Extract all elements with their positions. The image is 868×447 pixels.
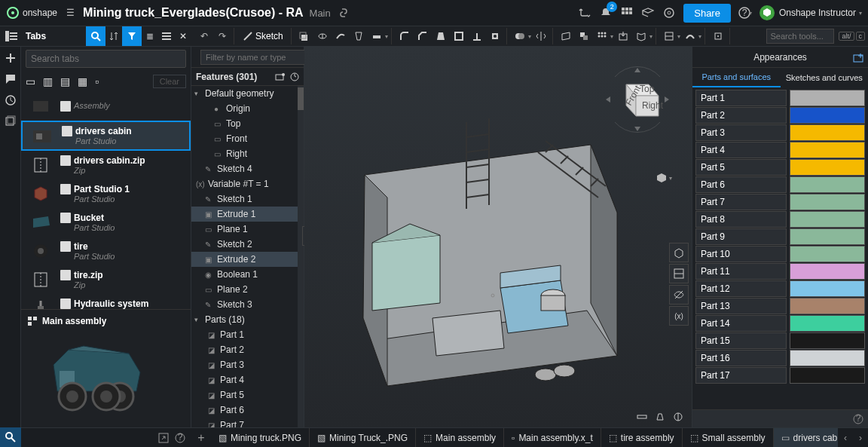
filter-toggle-icon[interactable] [122,26,142,46]
pattern-icon[interactable] [594,28,610,44]
clear-button[interactable]: Clear [153,75,186,88]
rollback-icon[interactable] [275,72,286,81]
compact-view-icon[interactable] [158,32,175,41]
part-color-swatch[interactable] [790,315,865,332]
part-name-field[interactable]: Part 10 [695,246,787,262]
measure-icon[interactable] [636,411,648,423]
bottom-tab[interactable]: ▫Main assembly.x_t [504,428,601,448]
part-name-field[interactable]: Part 16 [695,350,787,366]
precision-icon[interactable] [672,411,684,423]
redo-icon[interactable]: ↷ [214,28,231,44]
part-name-field[interactable]: Part 3 [695,124,787,141]
part-color-swatch[interactable] [790,228,865,245]
tab-item[interactable]: drivers cabinPart Studio [21,121,191,151]
add-tab-button[interactable]: + [191,431,211,445]
draft-icon[interactable] [432,28,449,44]
part-name-field[interactable]: Part 9 [695,228,787,245]
tab-item[interactable]: BucketPart Studio [21,208,191,237]
learn-icon[interactable] [641,6,655,20]
part-color-swatch[interactable] [790,107,865,124]
feature-item[interactable]: ✎Sketch 2 [191,237,304,252]
feature-item[interactable]: ✎Sketch 1 [191,191,304,207]
part-color-swatch[interactable] [790,298,865,314]
add-feature-icon[interactable] [4,51,17,65]
bottom-tab[interactable]: ⬚tire assembly [601,428,683,448]
branch-label[interactable]: Main [310,8,331,19]
loft-icon[interactable] [350,28,367,44]
feature-item[interactable]: ▣Extrude 1 [191,207,304,222]
part-color-swatch[interactable] [790,90,865,106]
link-icon[interactable] [337,6,350,20]
tool-search[interactable] [766,29,834,44]
help-icon[interactable]: ?▾ [738,6,752,20]
part-name-field[interactable]: Part 13 [695,298,787,314]
feature-item[interactable]: ▣Extrude 2 [191,252,304,267]
revolve-icon[interactable] [314,28,331,44]
tab-item[interactable]: Hydraulic systemPart Studio [21,294,191,309]
regen-icon[interactable] [290,72,299,81]
3d-viewport[interactable]: Top Front Right ▾ (x) [304,47,692,427]
feature-item[interactable]: ●Origin [191,101,304,116]
git-icon[interactable] [578,6,591,20]
part-name-field[interactable]: Part 17 [695,367,787,384]
plane-icon[interactable] [558,28,574,44]
part-color-swatch[interactable] [790,332,865,349]
undo-icon[interactable]: ↶ [196,28,212,44]
feature-item[interactable]: ◉Boolean 1 [191,267,304,282]
brand-logo[interactable]: onshape [6,6,57,20]
tabs-search-input[interactable] [26,50,186,68]
view-hide-icon[interactable] [669,285,689,305]
view-mode-dropdown[interactable]: ▾ [656,172,672,184]
part-item[interactable]: ◪Part 6 [191,403,304,418]
filter-drawing-icon[interactable]: ▤ [60,75,70,87]
part-name-field[interactable]: Part 12 [695,280,787,297]
menu-icon[interactable]: ☰ [63,6,77,20]
search-toggle-icon[interactable] [86,26,105,46]
filter-assembly-icon[interactable]: ▥ [43,75,53,87]
expand-icon[interactable] [158,433,169,443]
view-iso-icon[interactable] [669,243,689,262]
part-color-swatch[interactable] [790,350,865,366]
sweep-icon[interactable] [332,28,349,44]
part-item[interactable]: ◪Part 1 [191,327,304,342]
feature-item[interactable]: (x)Variable #T = 1 [191,176,304,191]
part-color-swatch[interactable] [790,142,865,158]
comments-icon[interactable] [4,72,17,86]
filter-image-icon[interactable]: ▦ [78,75,87,87]
notifications-icon[interactable]: 2 [599,6,613,20]
share-button[interactable]: Share [683,4,731,23]
hole-icon[interactable] [487,28,503,44]
part-color-swatch[interactable] [790,211,865,228]
sketch-button[interactable]: Sketch [239,28,288,44]
tab-manager-icon[interactable] [0,427,21,447]
tool-search-input[interactable] [770,32,830,41]
mirror-icon[interactable] [533,28,549,44]
user-menu[interactable]: Onshape Instructor ▾ [760,5,862,20]
bottom-tab[interactable]: ⬚Main assembly [416,428,504,448]
filter-partstudio-icon[interactable]: ▭ [26,75,35,87]
tab-item[interactable]: Assembly [21,92,191,121]
help-small-icon[interactable]: ? [853,414,863,424]
support-icon[interactable] [662,6,676,20]
sort-icon[interactable] [105,32,122,41]
bottom-tab[interactable]: ▧Mining Truck_.PNG [310,428,416,448]
tab-parts-surfaces[interactable]: Parts and surfaces [692,68,781,87]
tabs-prev-icon[interactable]: ‹ [838,433,853,443]
part-item[interactable]: ◪Part 4 [191,372,304,387]
tab-item[interactable]: drivers cabin.zipZip [21,151,191,179]
close-panel-icon[interactable]: ✕ [175,31,191,41]
feature-item[interactable]: ▭Front [191,131,304,146]
part-name-field[interactable]: Part 1 [695,90,787,106]
feature-item[interactable]: ▭Plane 1 [191,222,304,237]
part-color-swatch[interactable] [790,124,865,141]
part-name-field[interactable]: Part 8 [695,211,787,228]
part-item[interactable]: ◪Part 2 [191,342,304,357]
shell-icon[interactable] [451,28,467,44]
part-name-field[interactable]: Part 7 [695,194,787,210]
part-name-field[interactable]: Part 14 [695,315,787,332]
feature-item[interactable]: ▭Right [191,146,304,161]
rib-icon[interactable] [469,28,485,44]
part-color-swatch[interactable] [790,194,865,210]
tab-item[interactable]: Part Studio 1Part Studio [21,179,191,208]
part-item[interactable]: ◪Part 3 [191,357,304,372]
